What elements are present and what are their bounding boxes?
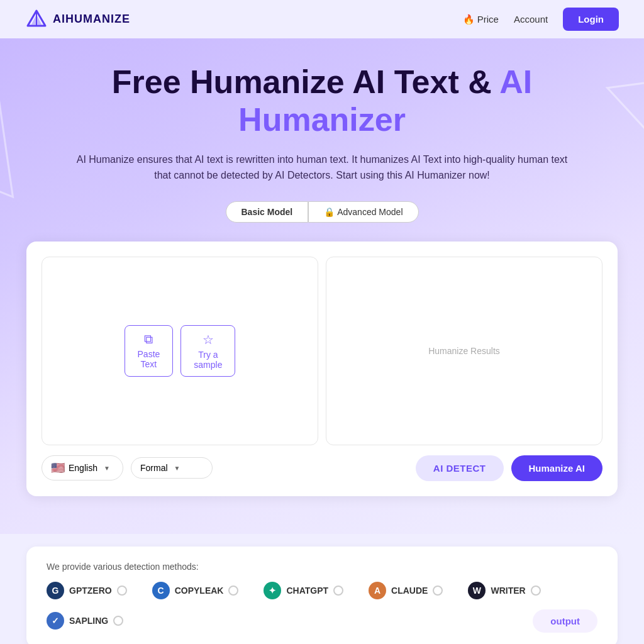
nav-price-link[interactable]: 🔥 Price [463,14,499,25]
paste-icon: ⧉ [144,332,153,347]
chatgpt-icon: ✦ [264,582,281,599]
flag-icon: 🇺🇸 [51,461,65,475]
paste-button[interactable]: ⧉ PasteText [125,325,174,377]
star-icon: ☆ [203,332,214,347]
detection-claude: A CLAUDE [369,582,443,599]
detection-writer: W WRITER [468,582,540,599]
logo-text: AIHUMANIZE [53,13,130,26]
sapling-icon: ✓ [47,612,64,630]
model-selector: Basic Model 🔒 Advanced Model [13,201,631,223]
action-buttons: ⧉ PasteText ☆ Try asample [125,325,236,377]
chevron-down-icon-tone: ▼ [174,465,180,472]
copyleak-radio[interactable] [228,586,238,596]
chevron-down-icon: ▼ [104,465,110,472]
logo-area: AIHUMANIZE [25,8,130,31]
hero-subtitle: AI Humanize ensures that AI text is rewr… [70,152,574,184]
header: AIHUMANIZE 🔥 Price Account Login [0,0,644,38]
logo-icon [25,8,48,31]
basic-model-button[interactable]: Basic Model [226,201,309,223]
input-panel[interactable]: ⧉ PasteText ☆ Try asample [42,257,318,445]
sample-label: Try asample [194,350,222,370]
chatgpt-radio[interactable] [333,586,343,596]
chatgpt-label: CHATGPT [286,586,328,596]
detection-sapling: ✓ SAPLING [47,609,123,633]
nav-right: 🔥 Price Account Login [463,8,619,31]
sample-button[interactable]: ☆ Try asample [180,325,235,377]
nav-account-link[interactable]: Account [514,14,548,25]
lang-label: English [69,463,97,473]
claude-radio[interactable] [433,586,443,596]
tone-selector[interactable]: Formal ▼ [131,457,213,479]
hero-title: Free Humanize AI Text & AI Humanizer [13,64,631,139]
gptzero-label: GPTZERO [69,586,112,596]
detection-chatgpt: ✦ CHATGPT [264,582,343,599]
advanced-model-button[interactable]: 🔒 Advanced Model [308,201,418,223]
svg-marker-3 [0,58,13,197]
detection-methods: G GPTZERO C COPYLEAK ✦ CHATGPT A CLAUDE … [47,582,597,633]
hero-section: Free Humanize AI Text & AI Humanizer AI … [0,38,644,534]
gptzero-radio[interactable] [117,586,127,596]
copyleak-label: COPYLEAK [175,586,224,596]
writer-icon: W [468,582,486,599]
bottom-controls: 🇺🇸 English ▼ Formal ▼ AI DETECT Humanize… [42,455,602,481]
detection-section: We provide various detection methods: G … [26,547,618,644]
paste-label: PasteText [138,349,160,369]
detection-copyleak: C COPYLEAK [152,582,239,599]
ai-detect-button[interactable]: AI DETECT [416,455,504,481]
fire-icon: 🔥 [463,14,475,25]
writer-radio[interactable] [531,586,541,596]
claude-label: CLAUDE [391,586,428,596]
copyleak-icon: C [152,582,170,599]
login-button[interactable]: Login [563,8,619,31]
sapling-label: SAPLING [69,616,108,626]
output-placeholder: Humanize Results [428,346,500,356]
tone-label: Formal [140,463,168,473]
sapling-radio[interactable] [113,616,123,626]
main-card: ⧉ PasteText ☆ Try asample Humanize Resul… [26,242,618,496]
humanize-button[interactable]: Humanize AI [511,455,602,481]
lock-icon: 🔒 [324,207,335,217]
writer-label: WRITER [491,586,525,596]
output-badge: output [533,609,597,633]
claude-icon: A [369,582,386,599]
output-panel: Humanize Results [326,257,602,445]
language-selector[interactable]: 🇺🇸 English ▼ [42,455,123,480]
detection-title: We provide various detection methods: [47,562,597,572]
detection-gptzero: G GPTZERO [47,582,127,599]
text-panels: ⧉ PasteText ☆ Try asample Humanize Resul… [42,257,602,445]
gptzero-icon: G [47,582,64,599]
